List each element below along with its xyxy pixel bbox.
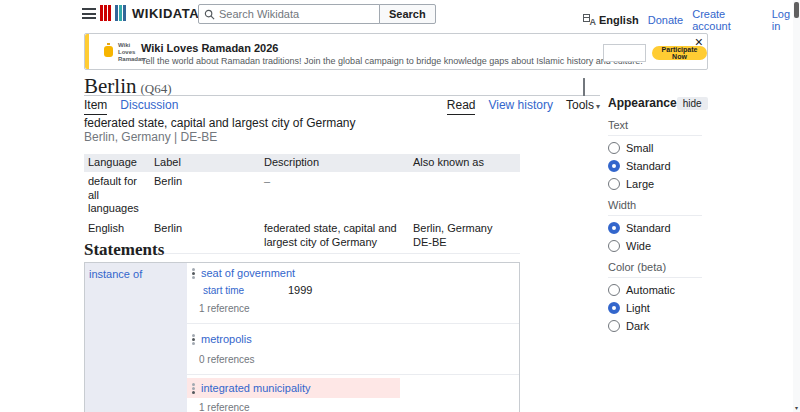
- hide-appearance-button[interactable]: hide: [677, 97, 708, 110]
- search-button[interactable]: Search: [379, 4, 436, 24]
- cell-language: default for all languages: [84, 172, 150, 219]
- cell-aliases: Berlin, Germany DE-BE: [409, 219, 520, 253]
- section-label-text: Text: [608, 119, 702, 136]
- tab-view-history[interactable]: View history: [488, 98, 552, 114]
- page-tabs: Item Discussion Read View history Tools▾: [84, 98, 600, 113]
- radio-label: Wide: [626, 240, 651, 252]
- scroll-down-arrow-icon[interactable]: ▾: [793, 404, 800, 411]
- statement-value-link[interactable]: integrated municipality: [201, 382, 310, 394]
- scrollbar-thumb[interactable]: [794, 2, 799, 18]
- radio-label: Standard: [626, 222, 671, 234]
- wikidata-item-page: WIKIDATA Search A English Donate Create …: [0, 0, 800, 412]
- radio-text-large[interactable]: Large: [608, 178, 702, 190]
- radio-button[interactable]: [608, 240, 620, 252]
- statement: integrated municipality 1 reference: [187, 375, 519, 412]
- wikidata-logo[interactable]: WIKIDATA: [100, 5, 199, 21]
- wikidata-barcode-icon: [100, 5, 126, 21]
- radio-label: Small: [626, 142, 654, 154]
- radio-width-standard[interactable]: Standard: [608, 222, 702, 234]
- column-header-label: Label: [150, 154, 260, 172]
- column-header-also-known-as: Also known as: [409, 154, 520, 172]
- entity-description: federated state, capital and largest cit…: [84, 116, 355, 130]
- top-bar: WIKIDATA Search A English Donate Create …: [0, 0, 800, 28]
- radio-color-automatic[interactable]: Automatic: [608, 284, 702, 296]
- property-link[interactable]: instance of: [89, 268, 142, 280]
- wiki-loves-ramadan-banner: Wiki Loves Ramadan Wiki Loves Ramadan 20…: [84, 33, 708, 70]
- create-account-link[interactable]: Create account: [692, 8, 762, 32]
- hamburger-menu-icon[interactable]: [82, 8, 96, 19]
- column-header-description: Description: [260, 154, 409, 172]
- tab-item[interactable]: Item: [84, 98, 107, 115]
- radio-label: Large: [626, 178, 654, 190]
- terms-table: Language Label Description Also known as…: [84, 154, 520, 254]
- radio-button[interactable]: [608, 320, 620, 332]
- radio-color-light[interactable]: Light: [608, 302, 702, 314]
- cell-description: –: [260, 172, 409, 219]
- cell-aliases: [409, 172, 520, 219]
- radio-text-small[interactable]: Small: [608, 142, 702, 154]
- rank-selector-icon[interactable]: [191, 268, 196, 279]
- section-label-width: Width: [608, 199, 702, 216]
- qualifier: start time 1999: [203, 282, 519, 298]
- cell-label: Berlin: [150, 219, 260, 253]
- statement: seat of government start time 1999 1 ref…: [187, 263, 519, 324]
- references-toggle[interactable]: 0 references: [199, 354, 519, 374]
- ramadan-lantern-icon: [104, 43, 113, 58]
- radio-color-dark[interactable]: Dark: [608, 320, 702, 332]
- search-icon: [204, 9, 215, 20]
- statement: metropolis 0 references: [187, 324, 519, 375]
- references-toggle[interactable]: 1 reference: [199, 303, 519, 323]
- language-icon: A: [583, 14, 596, 26]
- statement-value-link[interactable]: metropolis: [201, 333, 252, 345]
- radio-label: Standard: [626, 160, 671, 172]
- header-user-links: A English Donate Create account Log in: [583, 8, 800, 32]
- language-selector[interactable]: A English: [583, 14, 639, 26]
- section-label-color: Color (beta): [608, 261, 702, 278]
- cell-label: Berlin: [150, 172, 260, 219]
- radio-button[interactable]: [608, 178, 620, 190]
- cell-description: federated state, capital and largest cit…: [260, 219, 409, 253]
- entity-aliases: Berlin, Germany | DE-BE: [84, 130, 217, 144]
- chevron-down-icon: ▾: [596, 102, 600, 111]
- tab-discussion[interactable]: Discussion: [120, 98, 178, 114]
- column-header-language: Language: [84, 154, 150, 172]
- radio-button[interactable]: [608, 160, 620, 172]
- page-scrollbar[interactable]: ▾: [793, 0, 800, 412]
- appearance-title: Appearance: [608, 96, 677, 110]
- radio-button[interactable]: [608, 222, 620, 234]
- search-field[interactable]: [198, 4, 380, 24]
- appearance-panel: Appearance hide Text Small Standard Larg…: [608, 96, 702, 332]
- radio-label: Light: [626, 302, 650, 314]
- radio-width-wide[interactable]: Wide: [608, 240, 702, 252]
- tab-read[interactable]: Read: [447, 98, 476, 115]
- property-column: instance of: [85, 263, 187, 412]
- close-icon[interactable]: ×: [695, 35, 703, 49]
- statement-values: seat of government start time 1999 1 ref…: [187, 263, 519, 412]
- tools-menu[interactable]: Tools▾: [566, 98, 600, 114]
- banner-title: Wiki Loves Ramadan 2026: [141, 42, 278, 54]
- radio-text-standard[interactable]: Standard: [608, 160, 702, 172]
- search-bar: Search: [198, 4, 436, 24]
- banner-accent-bar: [85, 34, 89, 69]
- radio-button[interactable]: [608, 284, 620, 296]
- wikidata-logo-text: WIKIDATA: [132, 6, 199, 21]
- qualifier-property-link[interactable]: start time: [203, 285, 288, 296]
- radio-label: Automatic: [626, 284, 675, 296]
- page-title-block: Berlin(Q64): [84, 74, 600, 96]
- radio-button[interactable]: [608, 142, 620, 154]
- banner-subtitle: Tell the world about Ramadan traditions!…: [141, 56, 643, 66]
- donate-link[interactable]: Donate: [648, 14, 683, 26]
- qualifier-value: 1999: [288, 284, 312, 296]
- rank-selector-icon[interactable]: [191, 383, 196, 394]
- rank-selector-icon[interactable]: [191, 334, 196, 345]
- references-toggle[interactable]: 1 reference: [199, 402, 519, 412]
- language-label: English: [599, 14, 639, 26]
- statement-value-link[interactable]: seat of government: [201, 267, 295, 279]
- radio-button[interactable]: [608, 302, 620, 314]
- table-row: default for all languages Berlin –: [84, 172, 520, 219]
- entity-id: (Q64): [141, 81, 172, 96]
- search-input[interactable]: [219, 8, 369, 20]
- banner-image-placeholder: [603, 44, 646, 62]
- page-title: Berlin: [84, 74, 137, 98]
- protection-lock-icon: [583, 79, 592, 97]
